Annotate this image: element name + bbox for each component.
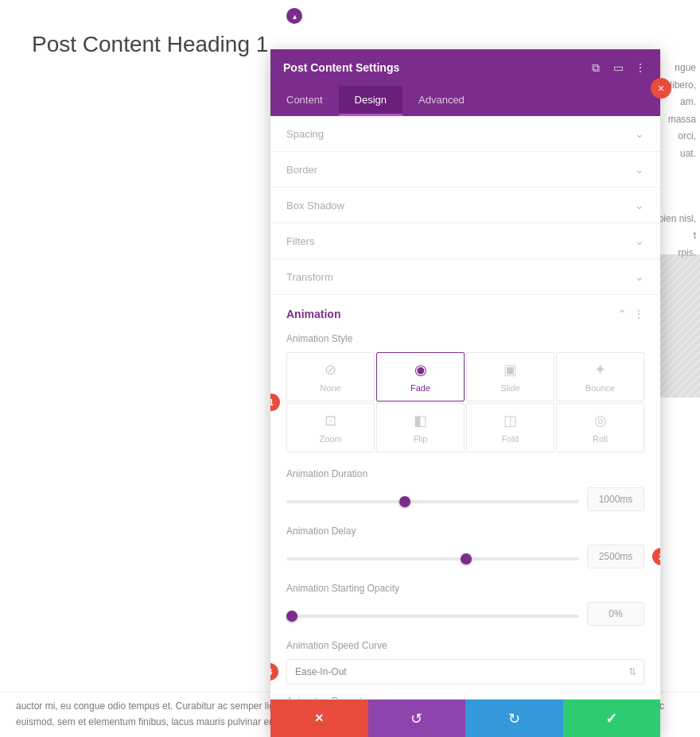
delay-value: 2500ms bbox=[587, 545, 644, 568]
duration-slider[interactable] bbox=[286, 500, 579, 503]
style-none[interactable]: ⊘ None bbox=[286, 352, 375, 401]
opacity-slider[interactable] bbox=[286, 615, 579, 618]
box-shadow-section[interactable]: Box Shadow ⌄ bbox=[270, 188, 660, 223]
delay-track bbox=[286, 549, 579, 564]
tab-design[interactable]: Design bbox=[339, 86, 402, 116]
animation-header: Animation ⌃ ⋮ bbox=[286, 308, 644, 320]
style-flip[interactable]: ◧ Flip bbox=[376, 403, 465, 452]
style-slide-label: Slide bbox=[500, 383, 519, 393]
badge-2: 2 bbox=[652, 548, 660, 565]
speed-curve-label: Animation Speed Curve bbox=[286, 640, 644, 651]
transform-section[interactable]: Transform ⌄ bbox=[270, 259, 660, 295]
animation-style-row: Animation Style 1 ⊘ None ◉ Fade bbox=[286, 333, 644, 452]
spacing-chevron: ⌄ bbox=[635, 127, 644, 140]
modal-body: Spacing ⌄ Border ⌄ Box Shadow ⌄ Filters … bbox=[270, 116, 660, 699]
tabs: Content Design Advanced bbox=[270, 86, 660, 116]
redo-icon: ↻ bbox=[508, 710, 520, 727]
duration-slider-row: 1000ms bbox=[286, 487, 644, 511]
tab-advanced[interactable]: Advanced bbox=[402, 86, 480, 116]
cancel-icon: × bbox=[315, 710, 324, 727]
animation-section: Animation ⌃ ⋮ Animation Style 1 ⊘ Non bbox=[270, 295, 660, 699]
duration-value: 1000ms bbox=[587, 487, 644, 511]
speed-curve-select-wrap: 3 Ease-In-Out Linear Ease-In Ease-Out ⇅ bbox=[286, 659, 644, 685]
style-bounce[interactable]: ✦ Bounce bbox=[556, 352, 644, 401]
style-none-label: None bbox=[320, 383, 340, 393]
opacity-label: Animation Starting Opacity bbox=[286, 583, 644, 594]
style-roll[interactable]: ◎ Roll bbox=[556, 403, 644, 452]
opacity-value: 0% bbox=[587, 602, 644, 626]
flip-icon: ◧ bbox=[414, 412, 427, 429]
box-shadow-chevron: ⌄ bbox=[635, 199, 644, 211]
settings-modal: Post Content Settings ⧉ ▭ ⋮ Content Desi… bbox=[270, 49, 660, 737]
redo-button[interactable]: ↻ bbox=[465, 700, 563, 737]
speed-curve-select[interactable]: Ease-In-Out Linear Ease-In Ease-Out bbox=[286, 659, 644, 685]
border-section[interactable]: Border ⌄ bbox=[270, 152, 660, 188]
filters-label: Filters bbox=[286, 235, 314, 247]
style-zoom-label: Zoom bbox=[319, 434, 341, 444]
animation-more-icon[interactable]: ⋮ bbox=[633, 308, 644, 320]
speed-curve-row: Animation Speed Curve 3 Ease-In-Out Line… bbox=[286, 640, 644, 685]
border-label: Border bbox=[286, 164, 317, 176]
none-icon: ⊘ bbox=[325, 361, 336, 378]
copy-icon[interactable]: ⧉ bbox=[589, 60, 603, 75]
modal-title: Post Content Settings bbox=[283, 61, 399, 74]
style-bounce-label: Bounce bbox=[585, 383, 615, 393]
style-roll-label: Roll bbox=[593, 434, 608, 444]
style-fold[interactable]: ◫ Fold bbox=[466, 403, 554, 452]
save-icon: ✓ bbox=[605, 710, 617, 727]
style-flip-label: Flip bbox=[414, 434, 428, 444]
spacing-label: Spacing bbox=[286, 128, 324, 140]
modal-header-icons: ⧉ ▭ ⋮ bbox=[589, 60, 648, 75]
opacity-slider-row: 0% bbox=[286, 602, 644, 626]
bounce-icon: ✦ bbox=[594, 361, 606, 378]
tooltip-dot: ▴ bbox=[286, 8, 302, 24]
animation-collapse-icon[interactable]: ⌃ bbox=[617, 308, 627, 320]
opacity-row: Animation Starting Opacity 0% bbox=[286, 583, 644, 626]
action-bar: × ↺ ↻ ✓ bbox=[270, 699, 660, 737]
badge-3: 3 bbox=[270, 663, 278, 681]
undo-button[interactable]: ↺ bbox=[368, 700, 466, 737]
style-zoom[interactable]: ⊡ Zoom bbox=[286, 403, 375, 452]
fade-icon: ◉ bbox=[414, 361, 427, 378]
duration-row: Animation Duration 1000ms bbox=[286, 468, 644, 511]
close-button[interactable]: × bbox=[651, 78, 671, 99]
repeat-label: Animation Repeat bbox=[286, 696, 644, 699]
zoom-icon: ⊡ bbox=[325, 412, 336, 429]
cancel-button[interactable]: × bbox=[270, 700, 368, 737]
animation-title: Animation bbox=[286, 308, 340, 320]
delay-label: Animation Delay bbox=[286, 526, 644, 537]
style-fold-label: Fold bbox=[502, 434, 519, 444]
border-chevron: ⌄ bbox=[635, 163, 644, 176]
duration-track bbox=[286, 492, 579, 506]
modal-header: Post Content Settings ⧉ ▭ ⋮ bbox=[270, 49, 660, 86]
style-fade-label: Fade bbox=[410, 383, 430, 393]
roll-icon: ◎ bbox=[594, 412, 607, 429]
more-icon[interactable]: ⋮ bbox=[633, 60, 648, 75]
transform-label: Transform bbox=[286, 271, 333, 283]
box-shadow-label: Box Shadow bbox=[286, 200, 344, 211]
duration-label: Animation Duration bbox=[286, 468, 644, 479]
save-button[interactable]: ✓ bbox=[563, 700, 661, 737]
filters-chevron: ⌄ bbox=[635, 235, 644, 247]
slide-icon: ▣ bbox=[504, 361, 517, 378]
tab-content[interactable]: Content bbox=[270, 86, 339, 116]
fold-icon: ◫ bbox=[504, 412, 517, 429]
delay-slider-row: 2500ms 2 bbox=[286, 545, 644, 568]
delay-slider[interactable] bbox=[286, 557, 579, 561]
opacity-track bbox=[286, 607, 579, 621]
repeat-row: Animation Repeat 4 Once Loop Infinite ⇅ bbox=[286, 696, 644, 699]
style-grid: ⊘ None ◉ Fade ▣ Slide bbox=[286, 352, 644, 452]
style-slide[interactable]: ▣ Slide bbox=[466, 352, 554, 401]
animation-style-label: Animation Style bbox=[286, 333, 644, 344]
badge-1: 1 bbox=[270, 394, 280, 411]
transform-chevron: ⌄ bbox=[635, 270, 644, 283]
spacing-section[interactable]: Spacing ⌄ bbox=[270, 116, 660, 152]
style-fade[interactable]: ◉ Fade bbox=[376, 352, 465, 401]
undo-icon: ↺ bbox=[410, 710, 422, 727]
animation-header-icons: ⌃ ⋮ bbox=[617, 308, 644, 320]
delay-row: Animation Delay 2500ms 2 bbox=[286, 526, 644, 568]
filters-section[interactable]: Filters ⌄ bbox=[270, 223, 660, 259]
expand-icon[interactable]: ▭ bbox=[611, 60, 625, 75]
